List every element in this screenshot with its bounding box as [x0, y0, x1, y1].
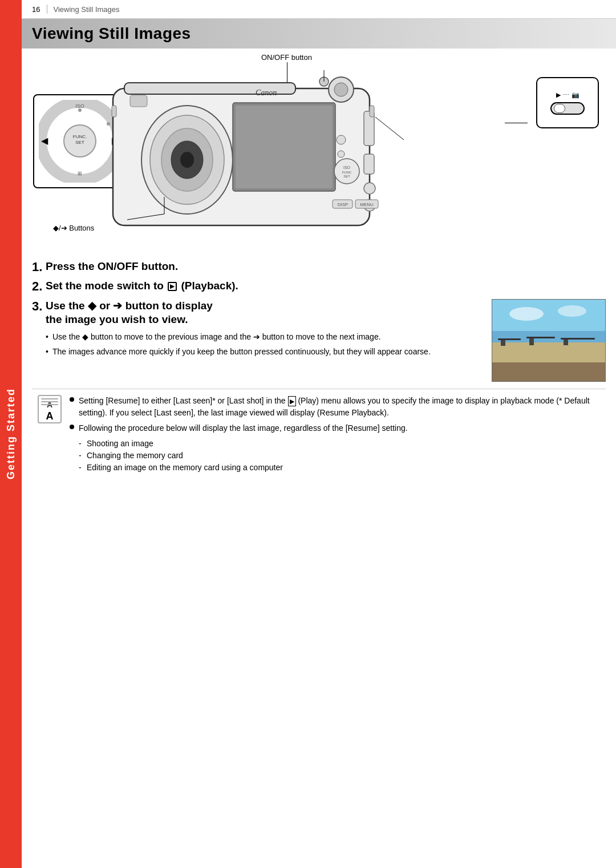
svg-point-30 — [338, 151, 345, 158]
step-3: 3. Use the ◆ or ➔ button to displaythe i… — [32, 299, 481, 327]
svg-rect-49 — [498, 338, 521, 340]
svg-rect-54 — [564, 340, 568, 345]
note-content: Setting [Resume] to either [Last seen]* … — [70, 395, 600, 474]
svg-text:DISP: DISP — [338, 202, 348, 207]
steps-section: 1. Press the ON/OFF button. 2. Set the m… — [22, 254, 616, 382]
mode-switch-line — [505, 123, 528, 123]
note-line-2 — [41, 401, 58, 402]
beach-art — [492, 300, 605, 381]
note-dot-2 — [70, 425, 74, 429]
camera-body-svg: Canon — [67, 66, 438, 237]
bullet-1: Use the ◆ button to move to the previous… — [46, 332, 481, 343]
svg-text:◀: ◀ — [41, 136, 48, 146]
svg-rect-52 — [501, 340, 505, 346]
svg-point-45 — [509, 307, 544, 321]
svg-rect-31 — [112, 106, 116, 117]
note-dot-1 — [70, 397, 74, 402]
note-section: A Setting [Resume] to either [Last seen]… — [32, 389, 606, 479]
note-sub-list: Shooting an image Changing the memory ca… — [79, 438, 600, 474]
section-title: Viewing Still Images — [53, 5, 119, 14]
svg-point-26 — [364, 183, 375, 194]
chapter-title: Viewing Still Images — [32, 25, 606, 43]
sub-item-1: Shooting an image — [79, 438, 600, 450]
svg-point-29 — [337, 135, 346, 144]
mode-switch-thumb — [554, 104, 565, 113]
play-icon: ▶ — [556, 91, 561, 99]
svg-text:MENU: MENU — [360, 202, 374, 207]
sub-item-2: Changing the memory card — [79, 450, 600, 462]
note-text-1: Setting [Resume] to either [Last seen]* … — [79, 395, 600, 419]
note-line-3 — [41, 404, 58, 405]
svg-line-41 — [375, 117, 404, 140]
step-1-number: 1. — [32, 260, 43, 274]
step-3-container: 3. Use the ◆ or ➔ button to displaythe i… — [32, 299, 606, 382]
bullet-2: The images advance more quickly if you k… — [46, 346, 481, 358]
beach-photo — [492, 299, 606, 382]
step-2: 2. Set the mode switch to ▶ (Playback). — [32, 279, 606, 294]
step-1: 1. Press the ON/OFF button. — [32, 260, 606, 274]
svg-rect-19 — [130, 95, 147, 107]
play-menu-icon: ▶ — [288, 396, 296, 407]
svg-rect-44 — [492, 300, 606, 331]
note-line-1 — [41, 398, 58, 399]
chapter-title-bar: Viewing Still Images — [22, 19, 616, 49]
step-3-bullets: Use the ◆ button to move to the previous… — [46, 332, 481, 357]
svg-text:SET: SET — [343, 175, 350, 178]
svg-rect-53 — [529, 338, 534, 345]
svg-rect-51 — [561, 338, 595, 340]
main-content: 16 Viewing Still Images Viewing Still Im… — [22, 0, 616, 479]
playback-icon: ▶ — [168, 282, 177, 291]
page-header: 16 Viewing Still Images — [22, 0, 616, 19]
svg-text:FUNC: FUNC — [342, 171, 352, 174]
camera-icon: 📷 — [572, 91, 579, 99]
svg-point-16 — [180, 152, 194, 168]
svg-text:Canon: Canon — [256, 88, 277, 97]
dots-icon: ⋯ — [563, 91, 569, 99]
step-3-text: Use the ◆ or ➔ button to displaythe imag… — [46, 299, 213, 327]
mode-switch-widget: ▶ ⋯ 📷 — [536, 77, 599, 128]
svg-rect-55 — [492, 362, 606, 382]
svg-rect-50 — [526, 337, 555, 338]
svg-rect-18 — [236, 106, 333, 188]
mode-switch-slider — [550, 102, 585, 115]
sub-item-3: Editing an image on the memory card usin… — [79, 462, 600, 474]
sidebar-label: Getting Started — [5, 388, 17, 479]
onoff-label: ON/OFF button — [261, 53, 312, 62]
beach-svg — [492, 300, 606, 382]
svg-point-22 — [334, 83, 348, 96]
svg-rect-48 — [492, 342, 606, 362]
note-bullet-2: Following the procedure below will displ… — [70, 422, 600, 434]
step-3-left: 3. Use the ◆ or ➔ button to displaythe i… — [32, 299, 481, 361]
step-1-text: Press the ON/OFF button. — [46, 260, 178, 274]
note-icon-lines — [41, 398, 58, 405]
mode-icons: ▶ ⋯ 📷 — [556, 91, 579, 99]
step-2-text: Set the mode switch to ▶ (Playback). — [46, 279, 238, 293]
svg-rect-32 — [370, 106, 374, 117]
camera-diagram-section: ON/OFF button Mode Switch ▶ ⋯ 📷 — [22, 49, 616, 254]
svg-rect-25 — [364, 154, 374, 174]
note-icon: A — [38, 395, 62, 423]
step-2-number: 2. — [32, 279, 43, 294]
sidebar: Getting Started — [0, 0, 22, 868]
camera-svg: Canon — [67, 66, 467, 243]
page-number: 16 — [32, 5, 40, 14]
svg-text:ISO: ISO — [343, 165, 351, 169]
svg-point-46 — [558, 305, 586, 317]
note-text-2: Following the procedure below will displ… — [79, 422, 408, 434]
header-divider — [47, 5, 47, 14]
step-3-number: 3. — [32, 299, 43, 314]
note-bullet-1: Setting [Resume] to either [Last seen]* … — [70, 395, 600, 419]
